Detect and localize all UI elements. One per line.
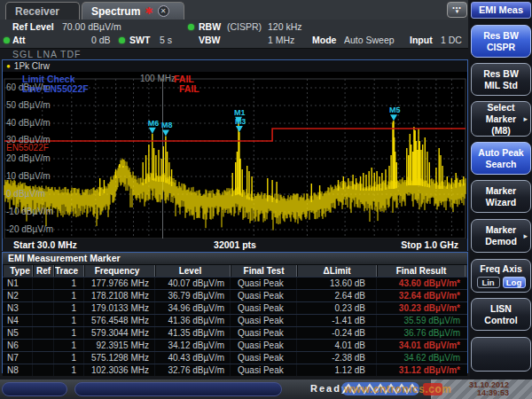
table-row[interactable]: N41576.4548 MHz41.36 dBµV/mQuasi Peak-1.… [3, 314, 467, 326]
table-row[interactable]: N51579.3044 MHz41.35 dBµV/mQuasi Peak-0.… [3, 326, 467, 339]
spectrum-plot[interactable]: M6M8M1M3M5 60 dBµV/m 50 dBµV/m 40 dBµV/m… [3, 72, 467, 239]
tab-receiver[interactable]: Receiver [5, 2, 80, 20]
cell-final-test: Quasi Peak [231, 340, 297, 351]
table-row[interactable]: N31179.0133 MHz34.96 dBµV/mQuasi Peak0.2… [3, 301, 467, 314]
softkey-label: Marker [472, 185, 530, 197]
cell-delta-limit: 0.23 dB [297, 302, 377, 314]
ref-level-value[interactable]: 70.00 dBµV/m [62, 21, 121, 32]
tab-spectrum[interactable]: Spectrum ✱ ✕ [82, 2, 184, 20]
chevron-down-icon: ▾ [456, 10, 459, 13]
col-type: Type [3, 265, 33, 277]
softkey-label: CISPR [472, 42, 530, 53]
cell-delta-limit: -0.24 dB [297, 327, 377, 339]
cell-final-result: 30.23 dBµV/m* [377, 302, 466, 314]
display-menu-button[interactable]: ••• ▾ [447, 2, 467, 18]
freq-axis-lin-toggle[interactable]: Lin [477, 277, 500, 288]
softkey-marker-wizard[interactable]: Marker Wizard [471, 180, 531, 213]
table-row[interactable]: N81102.3036 MHz32.76 dBµV/mQuasi Peak1.1… [3, 364, 467, 376]
svg-text:M5: M5 [389, 106, 401, 114]
svg-text:M6: M6 [148, 119, 160, 128]
spectrum-window: ● 1Pk Clrw M6M8M1M3M5 60 dBµV/m 50 dBµV/… [2, 59, 468, 251]
mode-label: Mode [312, 35, 336, 45]
cell-type: N1 [3, 278, 33, 289]
statusbar-button[interactable] [2, 382, 67, 396]
cell-type: N6 [3, 340, 33, 351]
cell-final-test: Quasi Peak [231, 364, 297, 376]
tab-receiver-label: Receiver [15, 5, 59, 18]
cell-delta-limit: -1.41 dB [297, 315, 377, 326]
col-level: Level [155, 265, 231, 277]
cell-ref [33, 302, 54, 314]
softkey-label: Res BW [472, 30, 530, 42]
softkey-label: Control [472, 315, 530, 326]
mode-value[interactable]: Auto Sweep [344, 35, 395, 45]
table-row[interactable]: N11177.9766 MHz40.07 dBµV/mQuasi Peak13.… [3, 277, 467, 289]
cell-frequency: 92.3915 MHz [84, 340, 155, 351]
softkey-select-marker[interactable]: Select Marker (M8) ▸ [471, 101, 531, 137]
table-row[interactable]: N6192.3915 MHz34.12 dBµV/mQuasi Peak4.01… [3, 339, 467, 351]
cell-level: 36.79 dBµV/m [155, 290, 231, 301]
cell-final-test: Quasi Peak [231, 327, 297, 339]
att-label: Att [12, 35, 26, 45]
softkey-label: Demod [472, 236, 530, 247]
cell-type: N3 [3, 302, 33, 314]
softkey-label: Wizard [472, 197, 530, 208]
y-axis-label: 20 dBµV/m [6, 153, 51, 163]
cell-level: 40.43 dBµV/m [155, 352, 231, 364]
softkey-lisn-control[interactable]: LISN Control [471, 298, 531, 331]
svg-text:M3: M3 [235, 117, 246, 126]
cell-ref [33, 352, 54, 364]
cell-frequency: 575.1298 MHz [84, 352, 155, 364]
col-trace: Trace [54, 265, 84, 277]
trace-info-bar: ● 1Pk Clrw [3, 60, 467, 72]
cell-delta-limit: 13.60 dB [297, 278, 377, 289]
rbw-led-icon [188, 24, 194, 30]
cell-delta-limit: 1.12 dB [297, 364, 377, 376]
vbw-value[interactable]: 1 MHz [268, 35, 294, 45]
softkey-freq-axis[interactable]: Freq Axis Lin Log [471, 259, 531, 293]
limit-line-result: FAIL [179, 83, 200, 94]
emi-marker-table: EMI Measurement Marker Type Ref Trace Fr… [2, 252, 468, 373]
softkey-marker-demod[interactable]: Marker Demod ▸ [471, 219, 531, 253]
table-header-row: Type Ref Trace Frequency Level Final Tes… [3, 264, 467, 277]
limit-line-name: EN55022F [6, 143, 49, 153]
cell-final-result: 32.64 dBµV/m* [377, 290, 466, 301]
cell-ref [33, 278, 54, 289]
softkey-label: (M8) [472, 125, 530, 137]
swt-value[interactable]: 5 s [160, 35, 172, 45]
unsaved-star-icon: ✱ [145, 6, 153, 16]
table-row[interactable]: N21178.2108 MHz36.79 dBµV/mQuasi Peak2.6… [3, 289, 467, 301]
y-axis-label: 50 dBµV/m [6, 100, 51, 110]
col-final-test: Final Test [231, 265, 297, 277]
cell-final-result: 43.60 dBµV/m* [377, 278, 466, 289]
close-tab-icon[interactable]: ✕ [158, 5, 169, 17]
softkey-res-bw-mil-std[interactable]: Res BW MIL Std [471, 63, 531, 96]
cell-trace: 1 [54, 364, 84, 376]
limit-line-label: Line EN55022F [22, 83, 89, 94]
y-axis-label: 40 dBµV/m [6, 118, 51, 128]
att-value[interactable]: 0 dB [91, 35, 111, 45]
svg-text:M8: M8 [161, 121, 173, 129]
rbw-value[interactable]: 120 kHz [268, 21, 302, 32]
cell-frequency: 179.0133 MHz [84, 302, 155, 314]
statusbar-button[interactable] [74, 382, 282, 396]
input-value[interactable]: 1 DC [441, 35, 462, 45]
softkey-auto-peak-search[interactable]: Auto Peak Search [471, 142, 531, 175]
status-flags: SGL LNA TDF [12, 49, 82, 59]
swt-label: SWT [129, 35, 150, 45]
freq-axis-log-toggle[interactable]: Log [503, 277, 526, 288]
status-time: 14:39:53 [431, 389, 509, 397]
table-row[interactable]: N71575.1298 MHz40.43 dBµV/mQuasi Peak-2.… [3, 351, 467, 364]
spectrum-svg: M6M8M1M3M5 [3, 72, 467, 239]
cell-delta-limit: 4.01 dB [297, 340, 377, 351]
softkey-empty[interactable] [471, 337, 531, 372]
softkey-label: Marker [472, 224, 530, 236]
cell-level: 40.07 dBµV/m [155, 278, 231, 289]
y-axis-label: -10 dBµV/m [6, 207, 53, 216]
cell-type: N4 [3, 315, 33, 326]
y-axis-label: 0 dBµV/m [6, 189, 45, 199]
softkey-res-bw-cispr[interactable]: Res BW CISPR [471, 25, 531, 58]
cell-trace: 1 [54, 352, 84, 364]
cell-trace: 1 [54, 278, 84, 289]
cell-ref [33, 290, 54, 301]
